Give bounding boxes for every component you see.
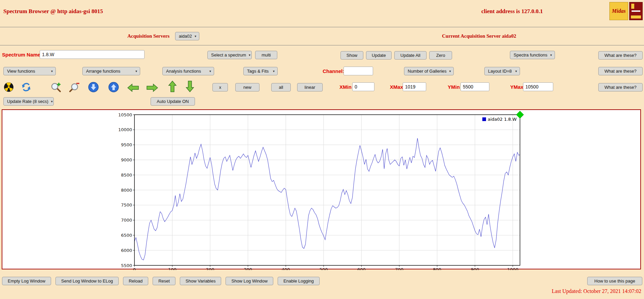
svg-text:10000: 10000 [118,127,132,132]
send-log-window-to-elog-button[interactable]: Send Log Window to ELog [55,277,119,285]
spectra-functions-dropdown[interactable]: Spectra functions ▾ [510,51,555,59]
svg-text:5500: 5500 [121,263,132,268]
select-spectrum-label: Select a spectrum [211,52,246,58]
empty-log-window-button[interactable]: Empty Log Window [2,277,51,285]
arrow-down-icon[interactable] [184,81,196,92]
update-button[interactable]: Update [366,51,392,60]
svg-text:9500: 9500 [121,142,132,147]
svg-text:7000: 7000 [121,218,132,223]
channel-input[interactable] [344,67,373,75]
svg-text:7500: 7500 [121,202,132,208]
divider [0,27,644,27]
linear-button[interactable]: linear [297,83,323,91]
svg-text:8500: 8500 [121,173,132,178]
radiation-icon[interactable] [3,81,15,93]
chevron-down-icon: ▾ [249,53,250,57]
tags-fits-dropdown[interactable]: Tags & Fits ▾ [243,67,278,75]
scroll-up-icon[interactable] [108,81,120,93]
midas-logo: Midas [609,2,628,20]
institute-logo-decoration [631,15,641,18]
layout-id-label: Layout ID=8 [488,69,512,74]
x-button[interactable]: x [212,83,228,91]
reset-button[interactable]: Reset [153,277,175,285]
xmax-input[interactable] [403,82,426,91]
ymin-input[interactable] [460,82,489,91]
svg-text:300: 300 [244,267,252,270]
logo-group: Midas [609,2,643,20]
arrange-functions-label: Arrange functions [86,69,120,74]
client-address: client address is 127.0.0.1 [481,8,543,15]
zoom-out-icon[interactable] [68,81,80,93]
svg-text:800: 800 [433,267,441,270]
footer-button-row: Empty Log Window Send Log Window to ELog… [2,277,320,285]
what-are-these-button-1[interactable]: What are these? [598,51,643,60]
chevron-down-icon: ▾ [550,53,552,57]
spectrum-chart[interactable]: 5500600065007000750080008500900095001000… [2,110,642,270]
zoom-in-icon[interactable] [50,81,62,93]
chevron-down-icon: ▾ [195,34,196,38]
chevron-down-icon: ▾ [135,69,137,73]
analysis-functions-dropdown[interactable]: Analysis functions ▾ [162,67,214,75]
acquisition-server-select[interactable]: aida02 ▾ [175,32,199,40]
chevron-down-icon: ▾ [273,69,275,73]
select-spectrum-dropdown[interactable]: Select a spectrum ▾ [207,51,252,59]
svg-text:100: 100 [168,267,176,270]
arrow-left-icon[interactable] [127,82,139,94]
xmin-input[interactable] [352,82,374,91]
chevron-down-icon: ▾ [51,69,53,73]
refresh-icon[interactable] [20,81,32,93]
svg-text:6000: 6000 [121,248,132,253]
ymax-label: YMax [510,84,523,90]
svg-text:400: 400 [282,267,290,270]
svg-text:aida02 1.8.W: aida02 1.8.W [488,117,517,122]
ymax-input[interactable] [523,82,553,91]
show-button[interactable]: Show [340,51,363,60]
number-of-galleries-dropdown[interactable]: Number of Galleries ▾ [404,67,454,75]
enable-logging-button[interactable]: Enable Logging [278,277,319,285]
multi-button[interactable]: multi [255,51,277,59]
acquisition-servers-label: Acquisition Servers [127,33,169,39]
channel-label: Channel: [323,68,344,74]
svg-text:1000: 1000 [507,267,518,270]
page-title: Spectrum Browser @ http aidas-gsi 8015 [3,8,103,15]
what-are-these-button-2[interactable]: What are these? [598,67,643,75]
new-button[interactable]: new [235,83,259,91]
last-updated-text: Last Updated: October 27, 2021 14:07:02 [552,288,641,294]
institute-logo [629,2,643,20]
view-functions-label: View functions [7,69,35,74]
what-are-these-button-3[interactable]: What are these? [598,83,643,91]
xmin-label: XMin [339,84,352,90]
analysis-functions-label: Analysis functions [166,69,201,74]
all-button[interactable]: all [271,83,291,91]
chevron-down-icon: ▾ [449,69,451,73]
midas-logo-text: Midas [612,8,626,14]
arrow-right-icon[interactable] [146,82,158,94]
svg-text:10500: 10500 [118,112,132,117]
show-log-window-button[interactable]: Show Log Window [226,277,273,285]
svg-text:0: 0 [133,267,136,270]
arrow-up-icon[interactable] [166,81,178,92]
zero-button[interactable]: Zero [429,51,452,60]
update-all-button[interactable]: Update All [394,51,427,60]
layout-id-dropdown[interactable]: Layout ID=8 ▾ [484,67,520,75]
svg-text:6500: 6500 [121,233,132,238]
auto-update-button[interactable]: Auto Update ON [151,97,195,106]
view-functions-dropdown[interactable]: View functions ▾ [3,67,56,75]
svg-text:9000: 9000 [121,157,132,162]
svg-text:900: 900 [471,267,479,270]
update-rate-dropdown[interactable]: Update Rate (8 secs) ▾ [3,97,54,106]
chevron-down-icon: ▾ [51,100,53,103]
spectrum-name-input[interactable] [40,50,145,59]
show-variables-button[interactable]: Show Variables [180,277,221,285]
xmax-label: XMax [390,84,403,90]
svg-text:200: 200 [206,267,214,270]
spectrum-name-label: Spectrum Name: [2,52,42,58]
how-to-use-button[interactable]: How to use this page [587,277,642,285]
svg-text:500: 500 [319,267,328,270]
reload-button[interactable]: Reload [123,277,148,285]
arrange-functions-dropdown[interactable]: Arrange functions ▾ [82,67,140,75]
current-server-text: Current Acquisition Server aida02 [442,33,516,39]
spectrum-chart-frame: 5500600065007000750080008500900095001000… [2,109,641,269]
scroll-down-icon[interactable] [87,81,99,93]
institute-logo-decoration [631,4,634,9]
